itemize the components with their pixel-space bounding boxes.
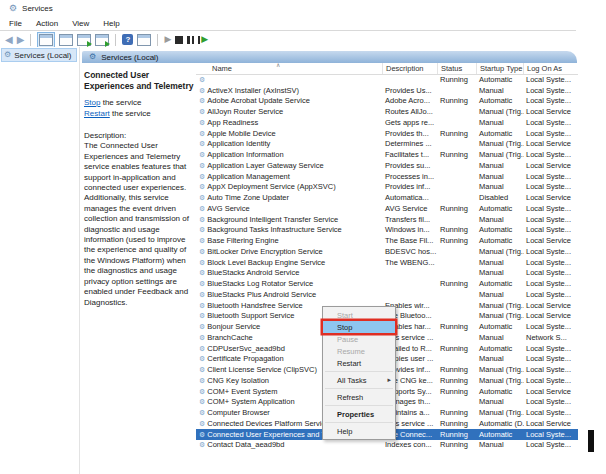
table-row[interactable]: ⚙BlueStacks Log Rotator ServiceRunningAu… [196, 278, 578, 289]
table-row[interactable]: ⚙Application ManagementProcesses in...Ma… [196, 171, 578, 182]
context-menu-separator [325, 371, 393, 372]
menu-action[interactable]: Action [29, 17, 65, 30]
table-row[interactable]: ⚙Application IdentityDetermines ...Manua… [196, 139, 578, 150]
show-console-tree-icon[interactable] [37, 32, 55, 48]
table-row[interactable]: ⚙Apple Mobile DeviceProvides th...Runnin… [196, 128, 578, 139]
console-tree-panel: ⚙ Services (Local) [0, 47, 80, 474]
context-menu-item-refresh[interactable]: Refresh [323, 391, 395, 403]
service-status: Running [438, 75, 477, 84]
service-gear-icon: ⚙ [199, 87, 205, 94]
pause-service-icon[interactable] [187, 36, 194, 44]
context-menu-separator [325, 388, 393, 389]
service-status: Running [438, 419, 477, 428]
service-name-text: Block Level Backup Engine Service [207, 258, 325, 267]
service-gear-icon: ⚙ [199, 269, 205, 276]
context-menu: StartStopPauseResumeRestartAll Tasks▸Ref… [322, 306, 396, 440]
toolbar-separator [30, 34, 31, 46]
service-logon: Local Syste... [524, 247, 578, 256]
tree-item-services-local[interactable]: ⚙ Services (Local) [1, 48, 77, 62]
stop-service-link[interactable]: Stop [84, 98, 100, 107]
context-menu-item-help[interactable]: Help [323, 425, 395, 437]
snapin-header-bar: ⚙ Services (Local) [82, 51, 577, 63]
table-row[interactable]: ⚙Background Tasks Infrastructure Service… [196, 225, 578, 236]
context-menu-item-properties[interactable]: Properties [323, 408, 395, 420]
table-row[interactable]: ⚙BlueStacks Android ServiceManualLocal S… [196, 268, 578, 279]
service-startup-type: Automatic [477, 236, 524, 245]
service-logon: Local Syste... [524, 129, 578, 138]
properties-window-icon[interactable] [137, 34, 151, 46]
service-description: Gets apps re... [383, 118, 438, 127]
table-row[interactable]: ⚙RunningAutomaticLocal Syste... [196, 74, 578, 85]
service-logon: Local Syste... [524, 290, 578, 299]
stop-service-suffix: the service [100, 98, 141, 107]
context-menu-item-label: Resume [337, 347, 365, 356]
column-header-startup-type[interactable]: Startup Type [477, 63, 524, 74]
service-gear-icon: ⚙ [199, 398, 205, 405]
table-row[interactable]: ⚙Base Filtering EngineThe Base Fil...Run… [196, 235, 578, 246]
start-service-icon[interactable]: ▶ [164, 35, 171, 44]
service-gear-icon: ⚙ [199, 334, 205, 341]
table-row[interactable]: ⚙Background Intelligent Transfer Service… [196, 214, 578, 225]
export-list-icon[interactable] [77, 34, 91, 46]
screenshot-artifact-bar [588, 430, 594, 452]
export-list-alt-icon[interactable] [95, 34, 109, 46]
service-gear-icon: ⚙ [199, 76, 205, 83]
service-startup-type: Automatic [477, 96, 524, 105]
restart-service-link[interactable]: Restart [84, 109, 110, 118]
snapin-header-title: Services (Local) [101, 53, 158, 62]
table-row[interactable]: ⚙Contact Data_aead9bdIndexes con...Runni… [196, 440, 578, 451]
service-status: Running [438, 365, 477, 374]
service-logon: Local Syste... [524, 182, 578, 191]
stop-service-icon[interactable] [175, 36, 183, 44]
services-node-icon: ⚙ [4, 51, 11, 59]
menu-file[interactable]: File [2, 17, 29, 30]
service-logon: Local Syste... [524, 225, 578, 234]
service-gear-icon: ⚙ [199, 194, 205, 201]
service-logon: Local Syste... [524, 86, 578, 95]
console-window-icon[interactable] [59, 34, 73, 46]
menu-view[interactable]: View [65, 17, 96, 30]
service-startup-type: Manual (Trig... [477, 139, 524, 148]
context-menu-item-label: All Tasks [337, 376, 366, 385]
forward-icon[interactable]: ▶ [17, 35, 25, 45]
table-row[interactable]: ⚙BlueStacks Plus Android ServiceManualLo… [196, 289, 578, 300]
service-gear-icon: ⚙ [199, 388, 205, 395]
column-header-log-on-as[interactable]: Log On As [524, 63, 578, 74]
table-row[interactable]: ⚙Application InformationFacilitates t...… [196, 149, 578, 160]
table-row[interactable]: ⚙Application Layer Gateway ServiceProvid… [196, 160, 578, 171]
column-header-status[interactable]: Status [438, 63, 477, 74]
service-name-cell: ⚙App Readiness [196, 118, 383, 127]
context-menu-item-stop[interactable]: Stop [323, 321, 395, 333]
service-logon: Local Syste... [524, 172, 578, 181]
service-logon: Local Syste... [524, 397, 578, 406]
table-row[interactable]: ⚙Block Level Backup Engine ServiceThe WB… [196, 257, 578, 268]
service-name-text: AllJoyn Router Service [207, 107, 283, 116]
service-description: Provides Us... [383, 86, 438, 95]
service-startup-type: Automatic [477, 129, 524, 138]
service-logon: Local Syste... [524, 204, 578, 213]
service-name-cell: ⚙Contact Data_aead9bd [196, 440, 383, 449]
context-menu-item-restart[interactable]: Restart [323, 357, 395, 369]
service-startup-type: Manual (Trig... [477, 150, 524, 159]
column-header-description[interactable]: Description [383, 63, 438, 74]
table-row[interactable]: ⚙AppX Deployment Service (AppXSVC)Provid… [196, 182, 578, 193]
table-row[interactable]: ⚙AVG ServiceAVG ServiceRunningAutomaticL… [196, 203, 578, 214]
restart-service-icon[interactable]: ▶ [198, 35, 208, 44]
service-startup-type: Automatic [477, 430, 524, 439]
table-row[interactable]: ⚙App ReadinessGets apps re...ManualLocal… [196, 117, 578, 128]
service-status: Running [438, 150, 477, 159]
context-menu-separator [325, 422, 393, 423]
table-row[interactable]: ⚙AllJoyn Router ServiceRoutes AllJo...Ma… [196, 106, 578, 117]
context-menu-item-all-tasks[interactable]: All Tasks▸ [323, 374, 395, 386]
back-icon[interactable]: ◀ [5, 35, 13, 45]
table-row[interactable]: ⚙Adobe Acrobat Update ServiceAdobe Acro.… [196, 96, 578, 107]
service-name-text: COM+ Event System [207, 387, 277, 396]
help-icon[interactable]: ? [122, 34, 133, 45]
column-header-name[interactable]: ∧ Name [196, 63, 383, 74]
table-row[interactable]: ⚙ActiveX Installer (AxInstSV)Provides Us… [196, 85, 578, 96]
menu-help[interactable]: Help [96, 17, 126, 30]
table-row[interactable]: ⚙BitLocker Drive Encryption ServiceBDESV… [196, 246, 578, 257]
service-name-text: Bluetooth Support Service [207, 311, 294, 320]
service-startup-type: Automatic (D... [477, 419, 524, 428]
table-row[interactable]: ⚙Auto Time Zone UpdaterAutomatica...Disa… [196, 192, 578, 203]
